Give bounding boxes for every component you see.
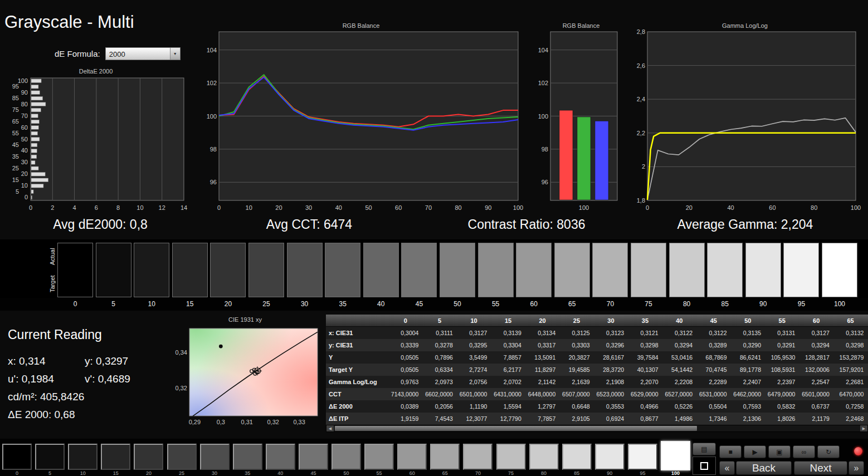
table-cell: 2,2397 xyxy=(765,376,799,388)
table-cell: 54,1442 xyxy=(662,364,696,376)
pattern-patch-button[interactable] xyxy=(299,444,328,470)
table-cell: 0,0505 xyxy=(388,364,422,376)
svg-text:40: 40 xyxy=(727,204,734,211)
swatch-labels: 0510152025303540455055606570758085909510… xyxy=(0,298,868,311)
table-cell: 0,6648 xyxy=(559,400,593,413)
table-cell: 0,3317 xyxy=(525,339,559,351)
table-cell: 39,7584 xyxy=(628,351,662,364)
table-row: Target Y0,05050,63342,72746,217711,82971… xyxy=(326,364,868,376)
svg-text:0,32: 0,32 xyxy=(175,385,187,391)
table-row-label: x: CIE31 xyxy=(326,327,388,339)
swatch-actual xyxy=(402,243,436,270)
table-row-label: y: CIE31 xyxy=(326,339,388,351)
svg-text:0,33: 0,33 xyxy=(293,419,305,425)
table-scrollbar[interactable]: ◀ ▶ xyxy=(326,425,868,432)
continuous-measure-button[interactable]: ∞ xyxy=(793,445,815,458)
swatch-target xyxy=(670,270,704,297)
pattern-options-button[interactable]: ▤ xyxy=(693,443,716,455)
swatch-level-label: 30 xyxy=(287,300,323,308)
svg-text:0: 0 xyxy=(217,204,221,211)
stop-button[interactable]: ■ xyxy=(719,445,742,458)
svg-text:100: 100 xyxy=(538,113,548,120)
pattern-patch-button[interactable] xyxy=(364,444,394,470)
grayscale-swatch xyxy=(783,243,819,297)
back-button[interactable]: Back xyxy=(736,461,792,475)
swatch-actual xyxy=(593,243,627,270)
de-formula-select[interactable]: 2000 ▼ xyxy=(105,47,181,60)
pattern-patch-button[interactable] xyxy=(331,444,361,470)
pattern-patches xyxy=(0,441,691,471)
table-cell: 2,1142 xyxy=(525,376,559,388)
pattern-patch-button[interactable] xyxy=(233,444,262,470)
pattern-mode-button[interactable]: ▣ xyxy=(768,445,791,458)
swatch-target xyxy=(364,270,398,297)
pattern-patch-button[interactable] xyxy=(68,444,97,470)
svg-text:102: 102 xyxy=(538,80,548,86)
table-cell: 2,1179 xyxy=(799,413,833,425)
table-cell: 0,3122 xyxy=(696,327,730,339)
scroll-left-icon[interactable]: ◀ xyxy=(326,425,334,431)
stop-icon: ■ xyxy=(728,448,732,456)
pattern-patch-button[interactable] xyxy=(134,444,163,470)
pattern-patch-button[interactable] xyxy=(35,444,65,470)
de-formula-label: dE Formula: xyxy=(55,49,100,58)
table-cell: 7143,0000 xyxy=(388,388,422,400)
table-cell: 132,0006 xyxy=(799,364,833,376)
scroll-right-icon[interactable]: ▶ xyxy=(860,425,867,431)
reading-x: x: 0,314 xyxy=(8,355,46,367)
table-cell: 2,2468 xyxy=(833,413,867,425)
pattern-patch-button[interactable] xyxy=(595,444,625,470)
swatch-level-label: 60 xyxy=(516,300,552,308)
svg-text:40: 40 xyxy=(21,147,28,154)
table-cell: 0,3135 xyxy=(731,327,765,339)
pattern-window-button[interactable] xyxy=(693,457,716,475)
pattern-patch-button[interactable] xyxy=(2,444,32,470)
pattern-patch-button[interactable] xyxy=(167,444,197,470)
table-cell: 6479,0000 xyxy=(765,388,799,400)
list-icon: ▤ xyxy=(701,445,707,453)
pattern-patch-button[interactable] xyxy=(628,444,657,470)
swatch-actual xyxy=(555,243,589,270)
pattern-patch-button[interactable] xyxy=(562,444,592,470)
svg-text:0: 0 xyxy=(29,204,32,210)
pattern-patch-button[interactable] xyxy=(101,444,130,470)
table-cell: 7,8857 xyxy=(491,351,525,364)
rgb-balance-line-chart: RGB Balance96981001021040102030405060708… xyxy=(206,20,524,216)
table-cell: 0,3298 xyxy=(628,339,662,351)
pattern-patch-button[interactable] xyxy=(661,441,690,470)
table-cell: 6462,0000 xyxy=(731,388,765,400)
swatch-level-label: 50 xyxy=(440,300,475,308)
pattern-patch-button[interactable] xyxy=(430,444,460,470)
swatch-target xyxy=(822,270,857,297)
svg-text:6: 6 xyxy=(95,204,98,210)
swatch-actual xyxy=(670,243,704,270)
next-button[interactable]: Next xyxy=(794,461,847,475)
table-cell: 28,3720 xyxy=(594,364,628,376)
pattern-patch-button[interactable] xyxy=(529,444,559,470)
pattern-patch-button[interactable] xyxy=(463,444,492,470)
play-button[interactable]: ▶ xyxy=(744,445,766,458)
pattern-patch-button[interactable] xyxy=(397,444,427,470)
pattern-patch-button[interactable] xyxy=(200,444,230,470)
swatch-target xyxy=(325,270,360,297)
svg-text:0,3: 0,3 xyxy=(217,419,225,425)
next-chevron-button[interactable]: » xyxy=(849,461,864,475)
back-chevron-button[interactable]: « xyxy=(719,461,735,475)
patch-level-label: 5 xyxy=(34,470,66,476)
table-cell: 1,2797 xyxy=(525,400,559,413)
table-cell: 2,0973 xyxy=(422,376,456,388)
svg-text:RGB Balance: RGB Balance xyxy=(563,22,600,29)
svg-text:0: 0 xyxy=(646,204,649,211)
table-cell: 12,7790 xyxy=(491,413,525,425)
table-cell: 6523,0000 xyxy=(594,388,628,400)
table-cell: 0,9763 xyxy=(388,376,422,388)
scrollbar-thumb[interactable] xyxy=(335,426,697,431)
pattern-patch-button[interactable] xyxy=(266,444,295,470)
svg-text:45: 45 xyxy=(12,141,19,148)
swatch-level-label: 20 xyxy=(210,300,246,308)
patch-level-label: 55 xyxy=(363,470,395,476)
swatch-level-label: 85 xyxy=(707,300,743,308)
pattern-patch-button[interactable] xyxy=(496,444,526,470)
table-cell: 0,3122 xyxy=(662,327,696,339)
refresh-button[interactable]: ↻ xyxy=(817,445,840,458)
